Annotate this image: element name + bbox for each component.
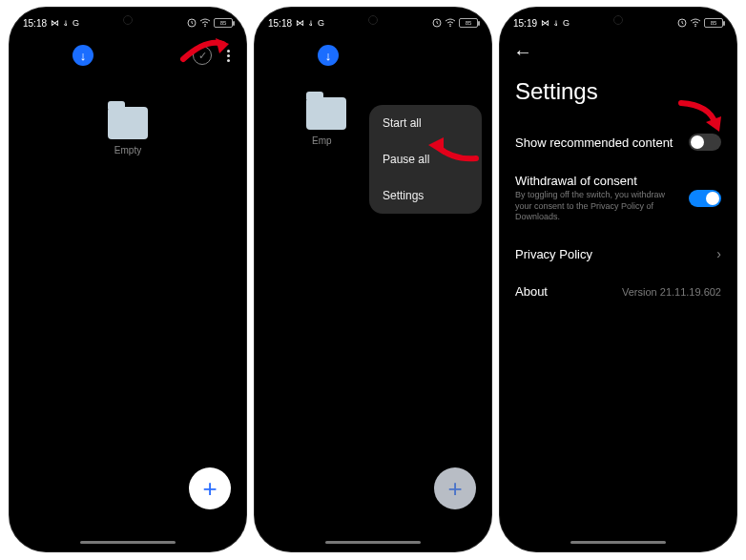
menu-item-pause-all[interactable]: Pause all <box>369 141 482 177</box>
battery-icon: 85 <box>459 18 478 28</box>
folder-label: Empty <box>23 145 233 156</box>
menu-item-settings[interactable]: Settings <box>369 177 482 214</box>
select-all-icon[interactable]: ✓ <box>193 46 212 65</box>
settings-toolbar: ← <box>500 34 736 69</box>
status-time: 15:19 <box>513 18 537 29</box>
row-subtext: By toggling off the switch, you withdraw… <box>515 190 679 223</box>
folder-label: Emp <box>306 135 362 146</box>
fab-add-button[interactable]: + <box>189 467 231 509</box>
phone-screenshot-3: 15:19 ⋈ ⫰ G 85 ← Settings Show recommend… <box>500 8 736 551</box>
home-indicator[interactable] <box>325 541 421 544</box>
svg-point-5 <box>694 26 696 28</box>
wifi-icon <box>690 18 701 28</box>
phone-screenshot-1: 15:18 ⋈ ⫰ G 85 ↓ ✓ Empty + <box>10 8 246 551</box>
status-icons: ⋈ ⫰ G <box>541 18 570 28</box>
camera-notch <box>123 15 133 25</box>
toggle-recommended-content[interactable] <box>689 134 721 151</box>
row-label: About <box>515 284 612 299</box>
status-left: 15:18 ⋈ ⫰ G <box>23 18 80 29</box>
battery-icon: 85 <box>704 18 723 28</box>
alarm-icon <box>677 18 687 28</box>
toggle-withdrawal-consent[interactable] <box>689 190 721 207</box>
wifi-icon <box>199 18 211 28</box>
status-bar: 15:18 ⋈ ⫰ G 85 <box>10 8 246 34</box>
row-label: Privacy Policy <box>515 247 707 261</box>
battery-icon: 85 <box>214 18 233 28</box>
folder-icon[interactable] <box>108 107 148 139</box>
row-privacy-policy[interactable]: Privacy Policy › <box>500 235 736 273</box>
row-recommended-content[interactable]: Show recommended content <box>500 122 736 162</box>
home-indicator[interactable] <box>570 541 666 544</box>
status-left: 15:18 ⋈ ⫰ G <box>268 18 325 29</box>
overflow-menu: Start all Pause all Settings <box>369 105 482 214</box>
status-right: 85 <box>432 18 478 28</box>
status-time: 15:18 <box>268 18 292 29</box>
app-toolbar: ↓ ✓ <box>10 34 246 76</box>
app-toolbar: ↓ <box>255 34 491 76</box>
menu-item-start-all[interactable]: Start all <box>369 105 482 141</box>
alarm-icon <box>432 18 442 28</box>
wifi-icon <box>445 18 456 28</box>
status-bar: 15:18 ⋈ ⫰ G 85 <box>255 8 491 34</box>
overflow-menu-button[interactable] <box>219 44 237 67</box>
back-button[interactable]: ← <box>509 35 536 69</box>
status-right: 85 <box>677 18 723 28</box>
fab-add-button[interactable]: + <box>434 467 476 509</box>
row-label: Show recommended content <box>515 135 679 150</box>
status-icons: ⋈ ⫰ G <box>51 18 80 28</box>
alarm-icon <box>187 18 197 28</box>
status-time: 15:18 <box>23 18 47 29</box>
svg-point-3 <box>449 26 451 28</box>
status-bar: 15:19 ⋈ ⫰ G 85 <box>500 8 736 34</box>
folder-icon[interactable] <box>306 97 346 130</box>
svg-point-1 <box>204 26 206 28</box>
phone-screenshot-2: 15:18 ⋈ ⫰ G 85 ↓ Emp Start all Pause all… <box>255 8 491 551</box>
status-left: 15:19 ⋈ ⫰ G <box>513 18 570 29</box>
page-title: Settings <box>500 69 736 122</box>
status-icons: ⋈ ⫰ G <box>296 18 325 28</box>
downloads-content: Emp Start all Pause all Settings <box>255 76 491 159</box>
row-label: Withdrawal of consent <box>515 174 679 188</box>
camera-notch <box>613 15 623 25</box>
downloads-icon[interactable]: ↓ <box>73 45 93 66</box>
row-about[interactable]: About Version 21.11.19.602 <box>500 273 736 310</box>
home-indicator[interactable] <box>80 541 176 544</box>
row-withdrawal-consent[interactable]: Withdrawal of consent By toggling off th… <box>500 162 736 235</box>
camera-notch <box>368 15 378 25</box>
downloads-icon[interactable]: ↓ <box>318 45 339 66</box>
downloads-content: Empty <box>10 76 246 169</box>
status-right: 85 <box>187 18 233 28</box>
chevron-right-icon: › <box>716 246 721 261</box>
about-version: Version 21.11.19.602 <box>622 286 721 298</box>
